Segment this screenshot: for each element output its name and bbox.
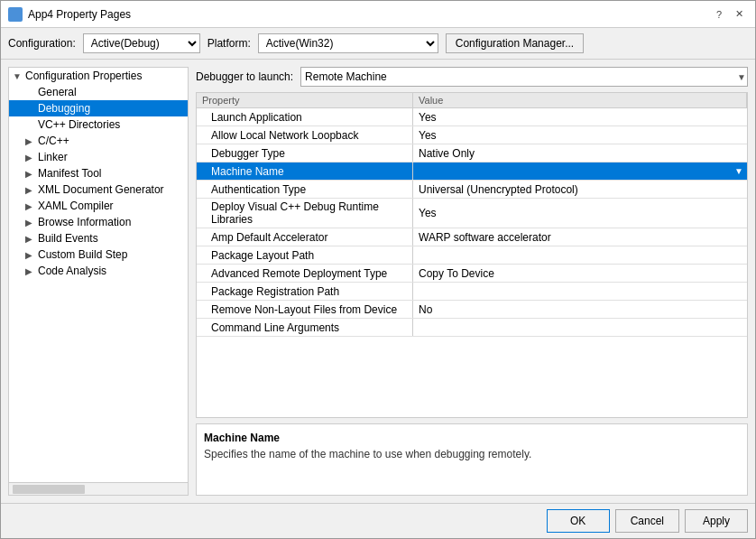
table-row[interactable]: Package Layout Path (197, 246, 747, 265)
prop-name-cell: Command Line Arguments (197, 319, 413, 336)
prop-value-cell: No (413, 301, 747, 318)
prop-name-cell: Launch Application (197, 108, 413, 125)
sidebar-item-label: XML Document Generator (38, 183, 164, 196)
table-row[interactable]: Remove Non-Layout Files from DeviceNo (197, 301, 747, 319)
prop-value-cell: Yes (413, 108, 747, 125)
debugger-select-wrap: Remote Machine ▼ (300, 67, 748, 87)
sidebar-item-label: Build Events (38, 232, 98, 245)
sidebar-item-label: Linker (38, 151, 68, 163)
debugger-label: Debugger to launch: (196, 70, 293, 83)
sidebar-item-debugging[interactable]: Debugging (9, 100, 188, 116)
prop-name-cell: Machine Name (197, 163, 413, 180)
sidebar-item-label: Browse Information (38, 216, 131, 228)
config-bar: Configuration: Active(Debug) Platform: A… (1, 28, 755, 60)
tree-arrow-icon: ▶ (25, 201, 34, 211)
sidebar-item-code-analysis[interactable]: ▶Code Analysis (9, 263, 188, 279)
prop-name-cell: Deploy Visual C++ Debug Runtime Librarie… (197, 199, 413, 228)
props-header-cell-1: Value (413, 93, 747, 107)
sidebar-item-label: General (38, 86, 77, 98)
prop-value-cell: Native Only (413, 144, 747, 162)
info-panel-description: Specifies the name of the machine to use… (204, 448, 740, 460)
platform-select[interactable]: Active(Win32) (258, 33, 438, 53)
title-bar: App4 Property Pages ? ✕ (1, 1, 755, 28)
debugger-select[interactable]: Remote Machine (300, 67, 748, 87)
configuration-label: Configuration: (8, 37, 76, 50)
table-row[interactable]: Authentication TypeUniversal (Unencrypte… (197, 181, 747, 199)
close-button[interactable]: ✕ (730, 6, 748, 23)
sidebar-tree: ▼Configuration PropertiesGeneralDebuggin… (8, 67, 189, 483)
info-panel-title: Machine Name (204, 432, 740, 444)
table-row[interactable]: Launch ApplicationYes (197, 108, 747, 126)
sidebar-item-c-cpp[interactable]: ▶C/C++ (9, 133, 188, 149)
help-button[interactable]: ? (710, 6, 728, 23)
tree-arrow-icon: ▶ (25, 218, 34, 228)
tree-arrow-icon: ▶ (25, 185, 34, 195)
sidebar-item-vc-dirs[interactable]: VC++ Directories (9, 116, 188, 133)
property-pages-dialog: App4 Property Pages ? ✕ Configuration: A… (0, 0, 756, 539)
prop-value-cell: Universal (Unencrypted Protocol) (413, 181, 747, 198)
sidebar-horizontal-scrollbar[interactable] (8, 483, 189, 496)
dialog-title: App4 Property Pages (28, 8, 131, 21)
prop-value-cell: Yes (413, 199, 747, 228)
tree-arrow-icon: ▶ (25, 169, 34, 179)
props-header-cell-0: Property (197, 93, 413, 107)
sidebar-item-general[interactable]: General (9, 84, 188, 100)
prop-name-cell: Remove Non-Layout Files from Device (197, 301, 413, 318)
scrollbar-thumb[interactable] (13, 485, 85, 494)
title-controls: ? ✕ (710, 6, 748, 23)
sidebar-item-label: VC++ Directories (38, 118, 120, 131)
app-icon (8, 7, 23, 22)
sidebar-item-linker[interactable]: ▶Linker (9, 149, 188, 165)
sidebar-item-label: Debugging (38, 102, 90, 115)
table-row[interactable]: Amp Default AcceleratorWARP software acc… (197, 228, 747, 246)
prop-name-cell: Advanced Remote Deployment Type (197, 265, 413, 282)
tree-arrow-icon: ▶ (25, 153, 34, 163)
prop-name-cell: Package Layout Path (197, 246, 413, 264)
sidebar-item-browse-info[interactable]: ▶Browse Information (9, 214, 188, 230)
platform-label: Platform: (207, 37, 251, 50)
table-row[interactable]: Deploy Visual C++ Debug Runtime Librarie… (197, 199, 747, 228)
prop-name-cell: Allow Local Network Loopback (197, 126, 413, 144)
tree-arrow-icon: ▶ (25, 136, 34, 146)
prop-value-cell (413, 319, 747, 336)
ok-button[interactable]: OK (547, 509, 610, 533)
configuration-select[interactable]: Active(Debug) (83, 33, 200, 53)
sidebar-area: ▼Configuration PropertiesGeneralDebuggin… (8, 67, 189, 496)
table-row[interactable]: Command Line Arguments (197, 319, 747, 337)
table-row[interactable]: Debugger TypeNative Only (197, 144, 747, 163)
sidebar-item-label: Custom Build Step (38, 248, 127, 261)
sidebar-item-label: Manifest Tool (38, 167, 101, 180)
prop-value-cell (413, 246, 747, 264)
sidebar-item-label: Configuration Properties (25, 70, 142, 82)
table-row[interactable]: Machine Name (197, 163, 747, 181)
prop-value-cell: Yes (413, 126, 747, 144)
sidebar-item-xml-doc-gen[interactable]: ▶XML Document Generator (9, 181, 188, 198)
props-table-header: PropertyValue (197, 93, 747, 108)
prop-value-cell: WARP software accelerator (413, 228, 747, 246)
apply-button[interactable]: Apply (685, 509, 748, 533)
sidebar-item-xaml-compiler[interactable]: ▶XAML Compiler (9, 198, 188, 214)
properties-table: PropertyValueLaunch ApplicationYesAllow … (196, 92, 748, 418)
sidebar-item-label: Code Analysis (38, 265, 106, 277)
debugger-row: Debugger to launch: Remote Machine ▼ (196, 67, 748, 87)
tree-arrow-icon: ▶ (25, 234, 34, 244)
prop-name-cell: Debugger Type (197, 144, 413, 162)
tree-arrow-icon: ▶ (25, 266, 34, 276)
right-panel: Debugger to launch: Remote Machine ▼ Pro… (196, 67, 748, 496)
bottom-bar: OK Cancel Apply (1, 503, 755, 538)
sidebar-item-build-events[interactable]: ▶Build Events (9, 230, 188, 246)
sidebar-item-config-props[interactable]: ▼Configuration Properties (9, 68, 188, 84)
prop-value-cell[interactable] (413, 163, 747, 180)
sidebar-item-custom-build[interactable]: ▶Custom Build Step (9, 246, 188, 263)
prop-name-cell: Package Registration Path (197, 283, 413, 300)
prop-value-cell: Copy To Device (413, 265, 747, 282)
table-row[interactable]: Advanced Remote Deployment TypeCopy To D… (197, 265, 747, 283)
configuration-manager-button[interactable]: Configuration Manager... (446, 33, 584, 53)
sidebar-item-label: XAML Compiler (38, 200, 114, 212)
table-row[interactable]: Allow Local Network LoopbackYes (197, 126, 747, 144)
prop-name-cell: Amp Default Accelerator (197, 228, 413, 246)
title-bar-left: App4 Property Pages (8, 7, 131, 22)
sidebar-item-manifest-tool[interactable]: ▶Manifest Tool (9, 165, 188, 181)
table-row[interactable]: Package Registration Path (197, 283, 747, 301)
cancel-button[interactable]: Cancel (615, 509, 679, 533)
